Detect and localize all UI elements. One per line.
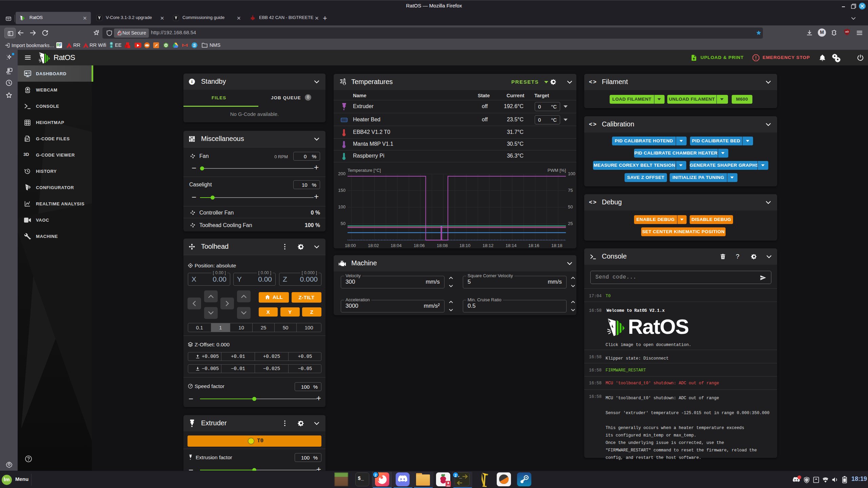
svg-text:uO: uO — [845, 30, 849, 33]
svg-text:RatOS: RatOS — [628, 317, 689, 337]
